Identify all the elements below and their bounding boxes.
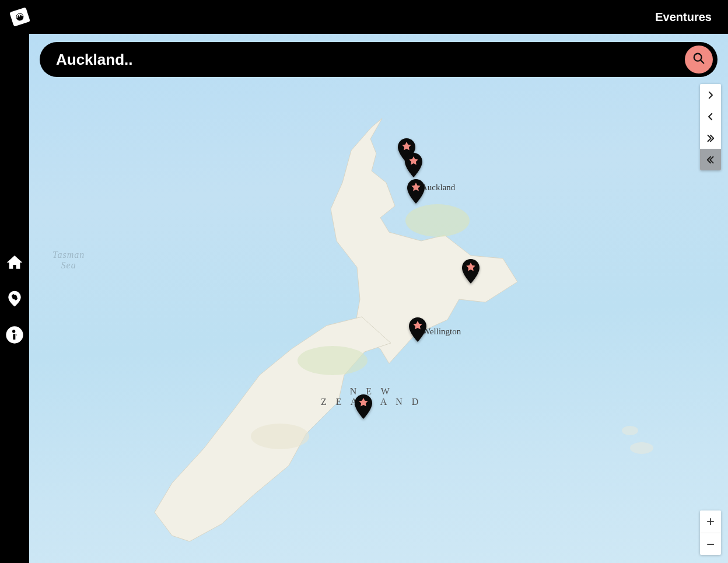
svg-point-5: [12, 330, 15, 333]
location-pin-icon[interactable]: [5, 289, 24, 309]
map-label-wellington: Wellington: [422, 327, 461, 337]
map-canvas[interactable]: TasmanSea Auckland Wellington N E WZ E A…: [29, 34, 728, 563]
map-pin-christchurch[interactable]: [355, 394, 372, 419]
svg-point-10: [622, 426, 638, 435]
chevron-left-icon[interactable]: [700, 106, 721, 127]
map-label-auckland: Auckland: [421, 183, 455, 193]
info-icon[interactable]: [5, 325, 24, 345]
double-chevron-right-icon[interactable]: [700, 127, 721, 149]
svg-point-6: [405, 204, 470, 237]
svg-point-7: [298, 346, 368, 375]
map-pin-gisborne[interactable]: [462, 259, 480, 284]
map-pin-auckland-n[interactable]: [405, 153, 422, 177]
left-sidebar: [0, 34, 29, 563]
logo-icon[interactable]: [2, 0, 37, 34]
map-nav-panel: [700, 84, 721, 170]
map-pin-auckland[interactable]: [407, 179, 425, 204]
chevron-right-icon[interactable]: [700, 84, 721, 106]
search-button[interactable]: [685, 46, 713, 74]
search-bar: [40, 42, 718, 77]
map-pin-wellington[interactable]: [409, 317, 426, 342]
zoom-in-button[interactable]: +: [700, 510, 721, 533]
double-chevron-left-icon[interactable]: [700, 149, 721, 170]
home-icon[interactable]: [5, 253, 24, 272]
app-header: Eventures: [0, 0, 728, 34]
zoom-out-button[interactable]: −: [700, 533, 721, 555]
svg-line-12: [701, 60, 704, 64]
search-icon: [692, 52, 705, 67]
zoom-control: + −: [700, 510, 721, 555]
map-label-tasman-sea: TasmanSea: [52, 250, 85, 271]
svg-point-8: [251, 424, 309, 449]
brand-name[interactable]: Eventures: [655, 11, 712, 24]
map-terrain: [29, 34, 728, 563]
search-input[interactable]: [56, 51, 685, 69]
svg-point-9: [630, 442, 653, 454]
